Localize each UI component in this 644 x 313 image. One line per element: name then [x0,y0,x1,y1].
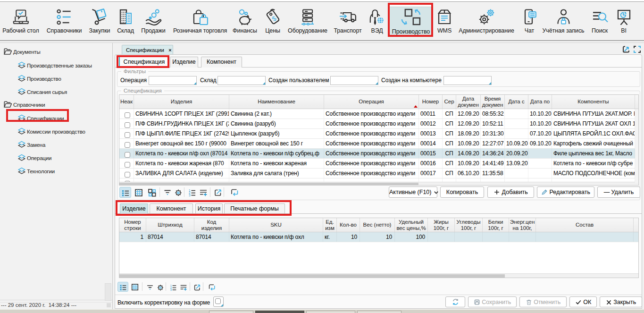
svg-text:3: 3 [170,288,171,291]
svg-text:3: 3 [189,194,191,197]
